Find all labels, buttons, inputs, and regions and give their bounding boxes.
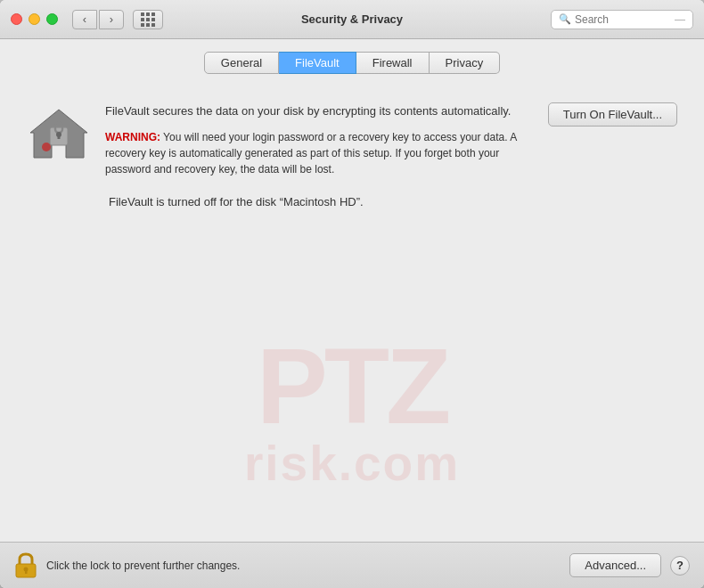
svg-rect-8 [25, 570, 28, 574]
traffic-lights [11, 13, 58, 25]
warning-label: WARNING: [105, 131, 160, 143]
window-title: Security & Privacy [301, 12, 403, 26]
search-dash: — [675, 13, 685, 26]
tab-firewall[interactable]: Firewall [356, 52, 430, 74]
tab-general[interactable]: General [204, 52, 279, 74]
filevault-right-section: FileVault secures the data on your disk … [105, 102, 677, 177]
minimize-button[interactable] [29, 13, 40, 25]
advanced-button[interactable]: Advanced... [569, 553, 661, 577]
maximize-button[interactable] [46, 13, 58, 25]
search-box[interactable]: 🔍 — [551, 10, 693, 29]
close-button[interactable] [11, 13, 22, 25]
warning-body: You will need your login password or a r… [105, 131, 517, 176]
forward-button[interactable]: › [99, 10, 124, 29]
back-button[interactable]: ‹ [72, 10, 97, 29]
tab-filevault[interactable]: FileVault [279, 52, 356, 74]
tab-privacy[interactable]: Privacy [430, 52, 501, 74]
filevault-main-text: FileVault secures the data on your disk … [105, 102, 534, 120]
bottom-buttons: Advanced... ? [569, 553, 690, 577]
search-icon: 🔍 [559, 13, 571, 25]
content-area: PTZ risk.com [0, 85, 704, 542]
tabs-bar: General FileVault Firewall Privacy [0, 39, 704, 85]
warning-text: WARNING: You will need your login passwo… [105, 129, 534, 177]
svg-point-5 [42, 143, 51, 151]
svg-rect-4 [58, 135, 61, 139]
filevault-text-area: FileVault secures the data on your disk … [105, 102, 534, 177]
turn-on-filevault-button[interactable]: Turn On FileVault... [548, 102, 677, 127]
main-window: ‹ › Security & Privacy 🔍 — General FileV… [0, 0, 704, 588]
filevault-top-section: FileVault secures the data on your disk … [27, 102, 677, 177]
bottom-bar: Click the lock to prevent further change… [0, 542, 704, 588]
watermark: PTZ risk.com [244, 332, 460, 488]
nav-buttons: ‹ › [72, 10, 124, 29]
grid-icon [141, 12, 155, 27]
titlebar: ‹ › Security & Privacy 🔍 — [0, 0, 704, 39]
vault-icon [27, 102, 91, 167]
lock-text: Click the lock to prevent further change… [46, 559, 240, 572]
help-button[interactable]: ? [670, 556, 690, 576]
filevault-status: FileVault is turned off for the disk “Ma… [27, 195, 677, 208]
lock-icon[interactable] [14, 552, 37, 579]
grid-button[interactable] [133, 10, 163, 29]
lock-icon-area: Click the lock to prevent further change… [14, 552, 240, 579]
search-input[interactable] [575, 13, 671, 26]
